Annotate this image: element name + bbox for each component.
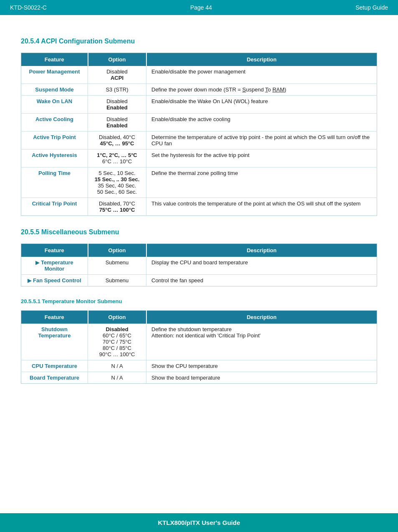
table-row: Power ManagementDisabledACPIEnable/disab… bbox=[21, 66, 377, 84]
description-cell: Display the CPU and board temperature bbox=[146, 257, 377, 275]
table-row: Polling Time5 Sec., 10 Sec.15 Sec., .. 3… bbox=[21, 167, 377, 198]
feature-cell: Wake On LAN bbox=[21, 96, 88, 114]
description-cell: Enable/disable the Wake On LAN (WOL) fea… bbox=[146, 96, 377, 114]
option-cell: DisabledEnabled bbox=[88, 96, 146, 114]
description-cell: Define the shutdown temperatureAttention… bbox=[146, 324, 377, 360]
header-center: Page 44 bbox=[190, 4, 212, 11]
feature-cell: Board Temperature bbox=[21, 372, 88, 384]
table-row: Suspend ModeS3 (STR)Define the power dow… bbox=[21, 84, 377, 96]
footer-bar: KTLX800/pITX User's Guide bbox=[0, 513, 398, 532]
option-cell: Disabled, 40°C45°C, … 95°C bbox=[88, 132, 146, 149]
temp-col-description: Description bbox=[146, 311, 377, 324]
misc-table: Feature Option Description ▶ Temperature… bbox=[21, 243, 377, 286]
feature-cell: Shutdown Temperature bbox=[21, 324, 88, 360]
col-option: Option bbox=[88, 53, 146, 66]
description-cell: This value controls the temperature of t… bbox=[146, 198, 377, 216]
header-left: KTD-S0022-C bbox=[10, 4, 47, 11]
option-cell: N / A bbox=[88, 372, 146, 384]
option-cell: Submenu bbox=[88, 275, 146, 286]
option-cell: Disabled60°C / 65°C70°C / 75°C80°C / 85°… bbox=[88, 324, 146, 360]
footer-text: KTLX800/pITX User's Guide bbox=[158, 519, 240, 526]
feature-cell: ▶ Fan Speed Control bbox=[21, 275, 88, 286]
table-row: CPU TemperatureN / AShow the CPU tempera… bbox=[21, 360, 377, 372]
feature-cell: Active Cooling bbox=[21, 114, 88, 132]
section1-heading: 20.5.4 ACPI Configuration Submenu bbox=[21, 38, 377, 45]
option-cell: S3 (STR) bbox=[88, 84, 146, 96]
feature-cell: Active Trip Point bbox=[21, 132, 88, 149]
acpi-config-table: Feature Option Description Power Managem… bbox=[21, 53, 377, 216]
arrow-icon: ▶ bbox=[35, 260, 39, 266]
feature-cell: CPU Temperature bbox=[21, 360, 88, 372]
feature-cell: ▶ Temperature Monitor bbox=[21, 257, 88, 275]
description-cell: Control the fan speed bbox=[146, 275, 377, 286]
table-row: Active Trip PointDisabled, 40°C45°C, … 9… bbox=[21, 132, 377, 149]
table-row: ▶ Fan Speed ControlSubmenuControl the fa… bbox=[21, 275, 377, 286]
description-cell: Show the board temperature bbox=[146, 372, 377, 384]
table-row: ▶ Temperature MonitorSubmenuDisplay the … bbox=[21, 257, 377, 275]
table-row: Wake On LANDisabledEnabledEnable/disable… bbox=[21, 96, 377, 114]
description-cell: Define the thermal zone polling time bbox=[146, 167, 377, 198]
feature-cell: Polling Time bbox=[21, 167, 88, 198]
section3-heading: 20.5.5.1 Temperature Monitor Submenu bbox=[21, 298, 377, 304]
col-description: Description bbox=[146, 53, 377, 66]
section2-heading: 20.5.5 Miscellaneous Submenu bbox=[21, 228, 377, 236]
arrow-icon: ▶ bbox=[28, 278, 31, 284]
option-cell: 1°C, 2°C, … 5°C6°C … 10°C bbox=[88, 149, 146, 167]
option-cell: Disabled, 70°C75°C … 100°C bbox=[88, 198, 146, 216]
option-cell: 5 Sec., 10 Sec.15 Sec., .. 30 Sec.35 Sec… bbox=[88, 167, 146, 198]
misc-header-row: Feature Option Description bbox=[21, 244, 377, 257]
table-row: Active CoolingDisabledEnabledEnable/disa… bbox=[21, 114, 377, 132]
option-cell: Submenu bbox=[88, 257, 146, 275]
temp-monitor-table: Feature Option Description Shutdown Temp… bbox=[21, 310, 377, 384]
table-row: Critical Trip PointDisabled, 70°C75°C … … bbox=[21, 198, 377, 216]
option-cell: DisabledEnabled bbox=[88, 114, 146, 132]
description-cell: Define the power down mode (STR = Suspen… bbox=[146, 84, 377, 96]
feature-cell: Suspend Mode bbox=[21, 84, 88, 96]
main-content: 20.5.4 ACPI Configuration Submenu Featur… bbox=[0, 15, 398, 429]
table-row: Shutdown TemperatureDisabled60°C / 65°C7… bbox=[21, 324, 377, 360]
feature-cell: Critical Trip Point bbox=[21, 198, 88, 216]
misc-col-option: Option bbox=[88, 244, 146, 257]
table-row: Board TemperatureN / AShow the board tem… bbox=[21, 372, 377, 384]
option-cell: N / A bbox=[88, 360, 146, 372]
description-cell: Show the CPU temperature bbox=[146, 360, 377, 372]
feature-cell: Active Hysteresis bbox=[21, 149, 88, 167]
col-feature: Feature bbox=[21, 53, 88, 66]
description-cell: Determine the temperature of active trip… bbox=[146, 132, 377, 149]
header-right: Setup Guide bbox=[355, 4, 388, 11]
misc-col-feature: Feature bbox=[21, 244, 88, 257]
description-cell: Enable/disable the active cooling bbox=[146, 114, 377, 132]
table-header-row: Feature Option Description bbox=[21, 53, 377, 66]
option-cell: DisabledACPI bbox=[88, 66, 146, 84]
misc-col-description: Description bbox=[146, 244, 377, 257]
description-cell: Enable/disable the power management bbox=[146, 66, 377, 84]
table-row: Active Hysteresis1°C, 2°C, … 5°C6°C … 10… bbox=[21, 149, 377, 167]
feature-cell: Power Management bbox=[21, 66, 88, 84]
temp-header-row: Feature Option Description bbox=[21, 311, 377, 324]
temp-col-option: Option bbox=[88, 311, 146, 324]
header-bar: KTD-S0022-C Page 44 Setup Guide bbox=[0, 0, 398, 15]
temp-col-feature: Feature bbox=[21, 311, 88, 324]
description-cell: Set the hysteresis for the active trip p… bbox=[146, 149, 377, 167]
